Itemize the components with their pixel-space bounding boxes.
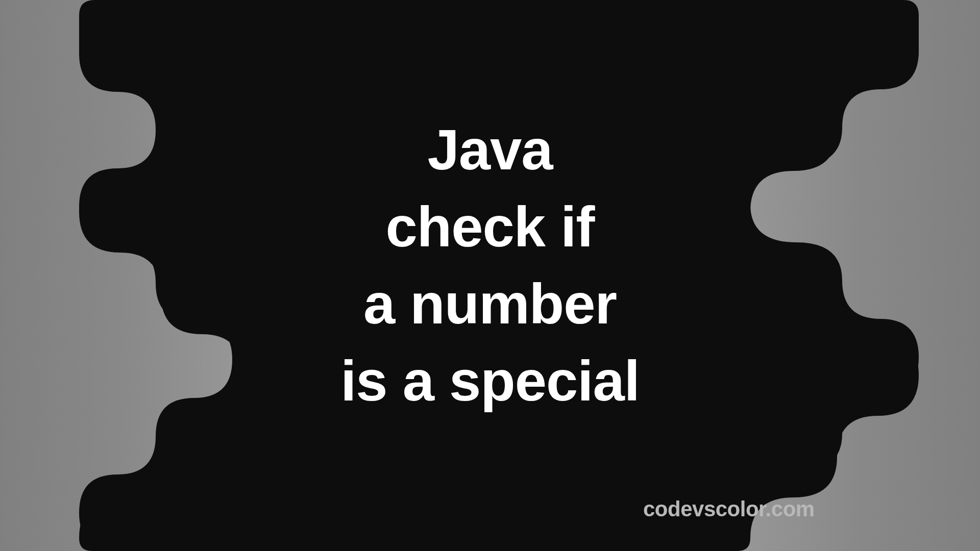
page-title: Java check if a number is a special (340, 111, 640, 420)
title-line-2: check if (385, 195, 594, 259)
site-attribution: codevscolor.com (643, 497, 815, 521)
title-line-3: a number (363, 272, 617, 336)
content-area: Java check if a number is a special (0, 0, 980, 551)
title-line-4: is a special (340, 349, 640, 413)
title-line-1: Java (427, 118, 552, 182)
